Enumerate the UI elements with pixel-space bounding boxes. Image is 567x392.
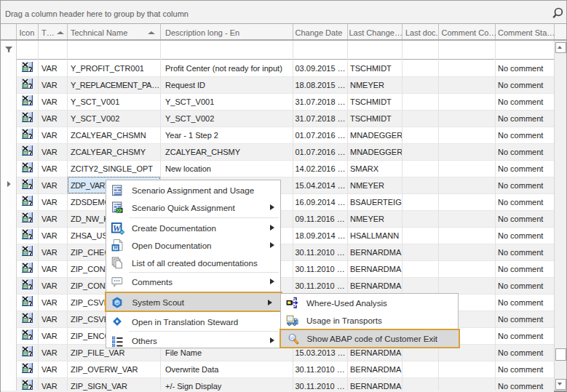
svg-text:W: W bbox=[114, 244, 119, 251]
